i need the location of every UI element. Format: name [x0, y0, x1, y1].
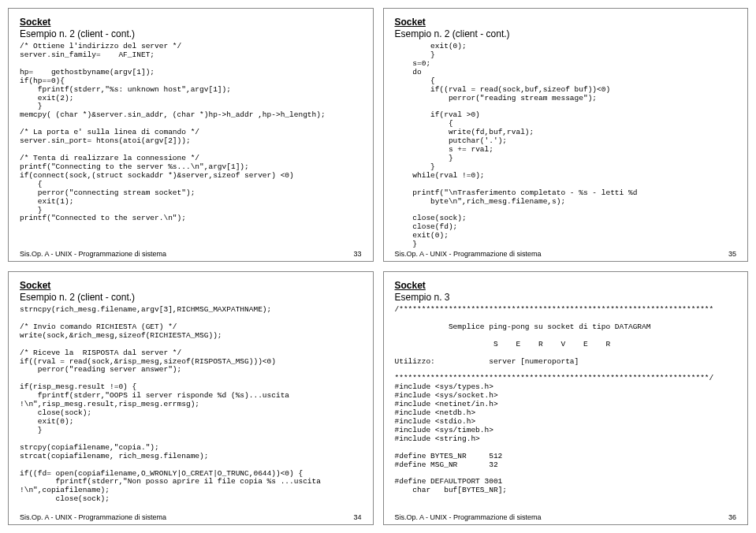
footer-text: Sis.Op. A - UNIX - Programmazione di sis… — [20, 250, 166, 258]
slide-34: Socket Esempio n. 2 (client - cont.) str… — [8, 271, 374, 525]
slide-footer: Sis.Op. A - UNIX - Programmazione di sis… — [395, 250, 737, 258]
slide-subtitle: Esempio n. 2 (client - cont.) — [20, 292, 362, 303]
code-block: exit(0); } s=0; do { if((rval = read(soc… — [395, 43, 737, 249]
slide-33: Socket Esempio n. 2 (client - cont.) /* … — [8, 8, 374, 262]
slide-subtitle: Esempio n. 2 (client - cont.) — [20, 28, 362, 39]
slide-36: Socket Esempio n. 3 /*******************… — [383, 271, 749, 525]
slide-footer: Sis.Op. A - UNIX - Programmazione di sis… — [20, 513, 362, 521]
slide-35: Socket Esempio n. 2 (client - cont.) exi… — [383, 8, 749, 262]
slide-title: Socket — [395, 17, 737, 28]
slide-footer: Sis.Op. A - UNIX - Programmazione di sis… — [395, 513, 737, 521]
page-number: 35 — [728, 250, 736, 258]
code-block: /***************************************… — [395, 306, 737, 495]
slide-subtitle: Esempio n. 2 (client - cont.) — [395, 28, 737, 39]
slide-title: Socket — [20, 280, 362, 291]
footer-text: Sis.Op. A - UNIX - Programmazione di sis… — [20, 513, 166, 521]
slide-title: Socket — [20, 17, 362, 28]
footer-text: Sis.Op. A - UNIX - Programmazione di sis… — [395, 250, 542, 258]
code-block: /* Ottiene l'indirizzo del server */ ser… — [20, 43, 362, 223]
code-block: strncpy(rich_mesg.filename,argv[3],RICHM… — [20, 306, 362, 504]
slide-footer: Sis.Op. A - UNIX - Programmazione di sis… — [20, 250, 362, 258]
slide-subtitle: Esempio n. 3 — [395, 292, 737, 303]
page-number: 33 — [353, 250, 361, 258]
page-number: 36 — [728, 513, 736, 521]
footer-text: Sis.Op. A - UNIX - Programmazione di sis… — [395, 513, 542, 521]
slide-title: Socket — [395, 280, 737, 291]
page-number: 34 — [353, 513, 361, 521]
